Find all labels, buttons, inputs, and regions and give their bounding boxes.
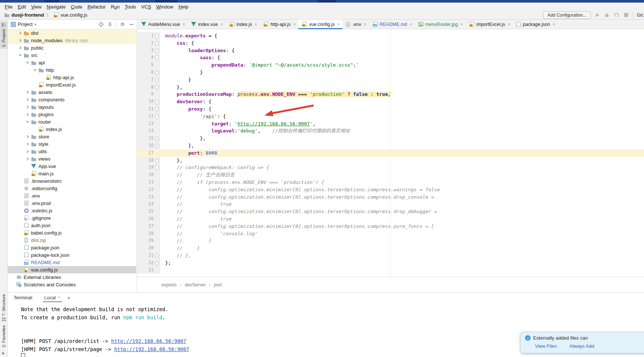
chevron-right-icon[interactable] <box>17 39 23 42</box>
terminal-link[interactable]: http://192.168.66.56:9007 <box>111 338 186 344</box>
tree-item-components[interactable]: components <box>8 96 136 103</box>
chevron-right-icon[interactable] <box>17 31 23 35</box>
fold-start-marker[interactable] <box>156 41 159 46</box>
breadcrumb-devserver[interactable]: devServer <box>185 282 206 287</box>
debug-icon[interactable] <box>604 12 610 18</box>
sidebar-tab-structure[interactable]: 7: Structure <box>0 294 7 322</box>
tree-item-utils[interactable]: utils <box>8 148 136 155</box>
tree-item-app-vue[interactable]: App.vue <box>8 162 136 170</box>
tree-item-http-api-js[interactable]: JShttp-api.js <box>8 74 136 81</box>
tree-item-auth-json[interactable]: {..}auth.json <box>8 222 136 229</box>
tree-item-importexcel-js[interactable]: JSimportExcel.js <box>8 81 136 88</box>
fold-end-marker[interactable] <box>156 261 159 265</box>
sidebar-tab-project[interactable]: 1: Project <box>0 21 7 49</box>
editor-tab-http-api-js[interactable]: JShttp-api.js× <box>260 20 298 29</box>
close-icon[interactable]: × <box>460 22 463 27</box>
tree-item-plugins[interactable]: plugins <box>8 111 136 118</box>
run-with-coverage-icon[interactable] <box>614 12 620 18</box>
tree-item-external-libraries[interactable]: External Libraries <box>8 273 136 281</box>
tree-item-assets[interactable]: assets <box>8 88 136 96</box>
favorites-star-icon[interactable]: ★ <box>1 351 5 356</box>
tree-item-router[interactable]: router <box>8 118 136 125</box>
tree-item--editorconfig[interactable]: ⚙.editorconfig <box>8 185 136 192</box>
collapse-all-icon[interactable] <box>107 21 113 27</box>
tree-item--gitignore[interactable]: .gitignore <box>8 214 136 222</box>
fold-start-marker[interactable] <box>156 34 159 38</box>
tree-item-scratches-and-consoles[interactable]: Scratches and Consoles <box>8 281 136 288</box>
menu-item-edit[interactable]: Edit <box>15 3 28 10</box>
breadcrumb-project[interactable]: duoji-frontend <box>11 12 44 18</box>
editor-tab-importexcel-js[interactable]: JSimportExcel.js× <box>466 20 513 29</box>
editor-tab--env[interactable]: .env× <box>343 20 369 29</box>
terminal-link[interactable]: http://192.168.66.56:9007 <box>114 346 189 352</box>
hide-panel-icon[interactable] <box>129 21 134 27</box>
code-editor[interactable]: 1module.exports = {2 css: {3 loaderOptio… <box>137 29 644 277</box>
menu-item-vcs[interactable]: VCS <box>139 3 154 10</box>
tree-item-src[interactable]: src <box>8 51 136 59</box>
chevron-down-icon[interactable] <box>25 61 30 64</box>
fold-end-marker[interactable] <box>156 137 159 141</box>
menu-item-code[interactable]: Code <box>68 3 85 10</box>
tree-item-package-json[interactable]: {..}package.json <box>8 244 136 251</box>
editor-tab-readme-md[interactable]: MDREADME.md× <box>369 20 415 29</box>
fold-end-marker[interactable] <box>156 159 159 163</box>
fold-start-marker[interactable] <box>156 48 159 53</box>
menu-item-window[interactable]: Window <box>154 3 176 10</box>
menu-item-file[interactable]: File <box>2 3 15 10</box>
tree-item--env[interactable]: .env <box>8 192 136 199</box>
tree-item--eslintrc-js[interactable]: .eslintrc.js <box>8 207 136 214</box>
fold-start-marker[interactable] <box>156 107 159 112</box>
chevron-right-icon[interactable] <box>17 46 23 50</box>
tree-item-index-js[interactable]: JSindex.js <box>8 125 136 133</box>
close-icon[interactable]: × <box>553 22 555 27</box>
editor-tab-menurouter-jpg[interactable]: menuRouter.jpg× <box>415 20 466 29</box>
editor-tab-vue-config-js[interactable]: JSvue.config.js× <box>298 20 343 29</box>
terminal-panel-label[interactable]: Terminal: <box>14 295 33 300</box>
close-icon[interactable]: × <box>221 22 223 27</box>
close-icon[interactable]: × <box>410 22 412 27</box>
close-icon[interactable]: × <box>183 22 185 27</box>
close-icon[interactable]: × <box>293 22 296 27</box>
editor-tab-package-json[interactable]: {..}package.json× <box>513 20 558 29</box>
close-icon[interactable]: × <box>58 295 61 300</box>
editor-tab-index-vue[interactable]: index.vue× <box>188 20 226 29</box>
tree-item-layouts[interactable]: layouts <box>8 103 136 111</box>
editor-tab-index-js[interactable]: JSindex.js× <box>226 20 260 29</box>
menu-item-refactor[interactable]: Refactor <box>85 3 108 10</box>
tree-item-api[interactable]: api <box>8 59 136 66</box>
breadcrumb-exports[interactable]: exports <box>161 282 177 287</box>
stop-icon[interactable] <box>623 12 629 18</box>
tree-item-http[interactable]: http <box>8 66 136 74</box>
chevron-right-icon[interactable] <box>25 157 30 161</box>
menu-item-navigate[interactable]: Navigate <box>44 3 68 10</box>
tree-item-readme-md[interactable]: MDREADME.md <box>8 259 136 266</box>
editor-tab-asidemenu-vue[interactable]: AsideMenu.vue× <box>138 20 188 29</box>
terminal-tab-local[interactable]: Local × <box>44 293 61 302</box>
chevron-right-icon[interactable] <box>25 91 30 94</box>
chevron-right-icon[interactable] <box>25 150 30 153</box>
chevron-right-icon[interactable] <box>25 113 30 116</box>
chevron-right-icon[interactable] <box>25 105 30 109</box>
fold-start-marker[interactable] <box>156 100 159 104</box>
fold-end-marker[interactable] <box>156 78 159 82</box>
always-add-link[interactable]: Always Add <box>569 343 594 349</box>
tree-item--browserslistrc[interactable]: .browserslistrc <box>8 177 136 185</box>
chevron-down-icon[interactable] <box>25 120 30 123</box>
tree-item-views[interactable]: views <box>8 155 136 162</box>
fold-end-marker[interactable] <box>156 144 159 148</box>
menu-item-run[interactable]: Run <box>108 3 122 10</box>
tree-item--env-prod[interactable]: .env.prod <box>8 199 136 207</box>
fold-start-marker[interactable] <box>156 114 159 119</box>
chevron-right-icon[interactable] <box>25 135 30 138</box>
close-icon[interactable]: × <box>255 22 257 27</box>
locate-file-icon[interactable] <box>98 21 104 27</box>
sidebar-tab-favorites[interactable]: 2: Favorites <box>0 325 7 347</box>
fold-start-marker[interactable] <box>156 165 159 170</box>
git-widget-label[interactable]: Git: <box>637 13 644 18</box>
tree-item-main-js[interactable]: JSmain.js <box>8 170 136 177</box>
breadcrumb-file[interactable]: vue.config.js <box>61 12 87 18</box>
close-icon[interactable]: × <box>337 22 340 27</box>
settings-gear-icon[interactable]: ⚙ <box>120 21 125 27</box>
menu-item-tools[interactable]: Tools <box>122 3 139 10</box>
tree-item-babel-config-js[interactable]: JSbabel.config.js <box>8 229 136 236</box>
